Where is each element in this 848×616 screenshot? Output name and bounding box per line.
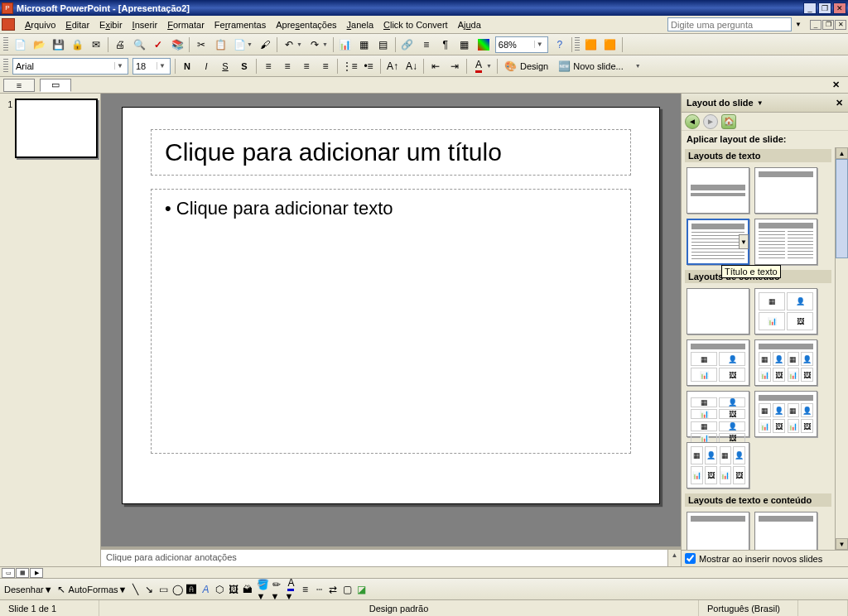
taskpane-dropdown-icon[interactable]: ▼ [757, 99, 764, 107]
slide-sorter-button[interactable]: ▦ [16, 568, 29, 578]
insert-table-button[interactable]: ▦ [355, 36, 373, 54]
research-button[interactable]: 📚 [168, 36, 186, 54]
permission-button[interactable]: 🔒 [68, 36, 86, 54]
title-placeholder[interactable]: Clique para adicionar um título [151, 129, 631, 176]
layout-title-content[interactable]: ▦👤📊🖼 [687, 339, 749, 386]
doc-restore-button[interactable]: ❐ [822, 20, 834, 30]
layout-scrollbar[interactable]: ▲ ▼ [835, 147, 848, 550]
menu-editar[interactable]: Editar [60, 18, 94, 31]
copy-button[interactable]: 📋 [211, 36, 229, 54]
doc-close-button[interactable]: ✕ [835, 20, 846, 30]
paste-button[interactable]: 📄▼ [230, 36, 255, 54]
new-button[interactable]: 📄 [11, 36, 29, 54]
restore-button[interactable]: ❐ [818, 2, 831, 14]
align-center-button[interactable]: ≡ [278, 57, 296, 75]
increase-font-button[interactable]: A↑ [383, 57, 402, 75]
textbox-button[interactable]: 🅰 [185, 583, 198, 596]
menu-exibir[interactable]: Exibir [94, 18, 128, 31]
bullets-button[interactable]: •≡ [359, 57, 378, 75]
select-objects-button[interactable]: ↖ [55, 583, 68, 596]
scroll-up-icon[interactable]: ▲ [836, 147, 848, 159]
oval-button[interactable]: ◯ [171, 583, 184, 596]
nav-forward-button[interactable]: ► [703, 114, 718, 129]
nav-home-button[interactable]: 🏠 [721, 114, 736, 129]
tabs-close-button[interactable]: ✕ [827, 79, 845, 90]
notes-scrollbar[interactable]: ▲ [667, 550, 681, 566]
ask-dropdown-icon[interactable]: ▼ [795, 21, 802, 28]
insert-hyperlink-button[interactable]: 🔗 [398, 36, 417, 54]
layout-blank[interactable] [687, 288, 749, 334]
menu-formatar[interactable]: Formatar [162, 18, 210, 31]
menu-ferramentas[interactable]: Ferramentas [210, 18, 271, 31]
zoom-combo[interactable]: 68%▼ [495, 36, 548, 53]
line-color-button[interactable]: ✏▼ [270, 578, 283, 601]
slides-tab[interactable]: ▭ [40, 79, 71, 92]
spelling-button[interactable]: ✓ [149, 36, 167, 54]
arrow-style-button[interactable]: ⇄ [326, 583, 340, 596]
body-placeholder[interactable]: Clique para adicionar texto [151, 189, 631, 454]
picture-button[interactable]: 🏔 [241, 583, 254, 596]
bold-button[interactable]: N [178, 57, 196, 75]
toolbar-options-button[interactable]: ▼ [629, 57, 647, 75]
font-color-button[interactable]: A▼ [470, 57, 494, 75]
align-justify-button[interactable]: ≡ [316, 57, 335, 75]
expand-all-button[interactable]: ≡ [417, 36, 436, 54]
slide-canvas[interactable]: Clique para adicionar um título Clique p… [122, 107, 660, 504]
notes-pane[interactable]: Clique para adicionar anotações ▲ [101, 546, 681, 566]
wordart-button[interactable]: A [199, 583, 212, 596]
tables-borders-button[interactable]: ▤ [374, 36, 393, 54]
menu-apresentacoes[interactable]: Apresentações [271, 18, 341, 31]
decrease-font-button[interactable]: A↓ [402, 57, 421, 75]
email-button[interactable]: ✉ [87, 36, 105, 54]
show-formatting-button[interactable]: ¶ [436, 36, 455, 54]
save-button[interactable]: 💾 [49, 36, 67, 54]
autoformas-menu[interactable]: AutoFormas▼ [69, 585, 128, 594]
doc-minimize-button[interactable]: _ [810, 20, 822, 30]
italic-button[interactable]: I [197, 57, 215, 75]
show-on-insert-checkbox[interactable] [685, 553, 696, 564]
new-slide-button[interactable]: 🆕Novo slide... [553, 57, 628, 75]
layout-content[interactable]: ▦👤📊🖼 [754, 288, 817, 334]
layout-title-four-content[interactable]: ▦👤📊🖼 ▦👤📊🖼 [754, 391, 817, 437]
layout-text-content-2[interactable] [754, 512, 817, 550]
numbering-button[interactable]: ⋮≡ [340, 57, 359, 75]
convert-button-1[interactable]: 🟧 [582, 36, 600, 54]
line-style-button[interactable]: ≡ [298, 583, 311, 596]
shadow-button[interactable]: S [235, 57, 253, 75]
ask-question-input[interactable] [667, 17, 792, 31]
font-size-combo[interactable]: 18▼ [132, 58, 171, 75]
dash-style-button[interactable]: ┄ [312, 583, 325, 596]
layout-title-only[interactable] [754, 167, 817, 214]
normal-view-button[interactable]: ▭ [2, 568, 15, 578]
menu-click-to-convert[interactable]: Click to Convert [378, 18, 453, 31]
decrease-indent-button[interactable]: ⇤ [426, 57, 445, 75]
layout-four-content[interactable]: ▦👤📊🖼 ▦👤📊🖼 [687, 442, 749, 488]
arrow-button[interactable]: ↘ [142, 583, 156, 596]
menu-ajuda[interactable]: Ajuda [453, 18, 486, 31]
slide-thumbnail-1[interactable] [15, 99, 98, 158]
line-button[interactable]: ╲ [128, 583, 142, 596]
print-preview-button[interactable]: 🔍 [130, 36, 148, 54]
increase-indent-button[interactable]: ⇥ [446, 57, 464, 75]
convert-button-2[interactable]: 🟧 [601, 36, 619, 54]
font-combo[interactable]: Arial▼ [12, 58, 128, 75]
nav-back-button[interactable]: ◄ [685, 114, 700, 129]
open-button[interactable]: 📂 [30, 36, 48, 54]
format-painter-button[interactable]: 🖌 [256, 36, 274, 54]
minimize-button[interactable]: _ [803, 2, 817, 14]
slideshow-button[interactable]: ▶ [30, 568, 43, 578]
align-left-button[interactable]: ≡ [259, 57, 277, 75]
3d-style-button[interactable]: ◪ [354, 583, 368, 596]
underline-button[interactable]: S [216, 57, 234, 75]
show-grid-button[interactable]: ▦ [455, 36, 474, 54]
layout-title-two-content[interactable]: ▦👤📊🖼 ▦👤📊🖼 [754, 339, 817, 386]
fill-color-button[interactable]: 🪣▼ [256, 578, 269, 601]
layout-text-content-1[interactable] [687, 512, 749, 550]
layout-title-slide[interactable] [687, 167, 749, 214]
outline-tab[interactable]: ≡ [3, 79, 35, 92]
menu-janela[interactable]: Janela [342, 18, 378, 31]
rectangle-button[interactable]: ▭ [157, 583, 170, 596]
design-button[interactable]: 🎨Design [500, 57, 552, 75]
layout-title-two-text[interactable] [754, 219, 817, 265]
color-grayscale-button[interactable] [475, 36, 493, 54]
